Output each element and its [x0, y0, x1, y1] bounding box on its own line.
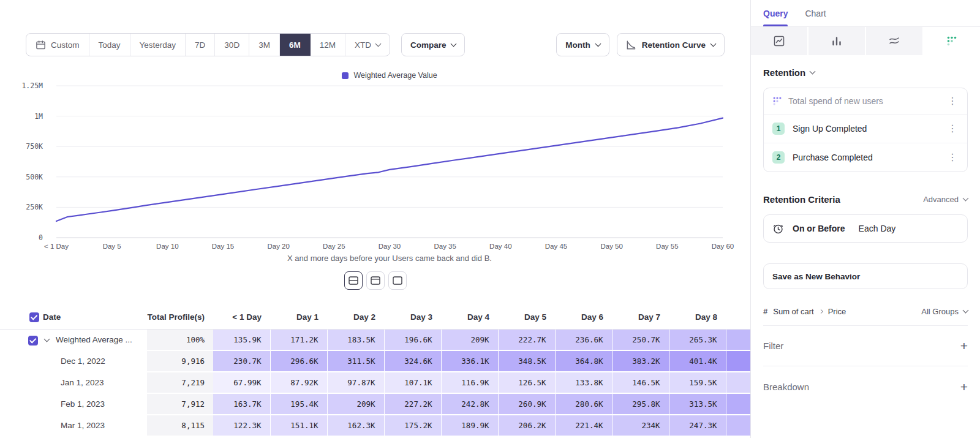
- row-label: Mar 1, 2023: [61, 421, 105, 430]
- table-body: Weighted Average ...100%135.9K171.2K183.…: [0, 329, 750, 436]
- value-cell: 336.1K: [441, 350, 498, 372]
- sidebar-tabs: QueryChart: [751, 0, 980, 27]
- line-chart-plot[interactable]: [56, 86, 723, 238]
- value-cell: 260.9K: [498, 393, 555, 415]
- range-label: Custom: [51, 40, 80, 50]
- granularity-label: Month: [565, 40, 590, 50]
- overflow-cell: [726, 415, 750, 436]
- behavior-title: Total spend of new users: [788, 96, 940, 106]
- table-split-view[interactable]: [344, 271, 363, 290]
- chart-type-retention[interactable]: [924, 27, 980, 55]
- compare-label: Compare: [410, 40, 447, 50]
- range-30d[interactable]: 30D: [215, 34, 249, 56]
- column-header-day-4[interactable]: Day 4: [441, 306, 498, 329]
- column-header-day-7[interactable]: Day 7: [612, 306, 669, 329]
- table-row: Weighted Average ...100%135.9K171.2K183.…: [0, 329, 750, 350]
- value-cell: 324.6K: [384, 350, 441, 372]
- range-6m[interactable]: 6M: [280, 34, 311, 56]
- x-axis-tick: Day 50: [600, 243, 622, 250]
- select-all-checkbox[interactable]: [29, 312, 39, 322]
- range-label: 12M: [320, 40, 336, 50]
- value-cell: 135.9K: [213, 329, 270, 350]
- chevron-down-icon: [451, 40, 457, 47]
- calendar-icon: [36, 40, 46, 50]
- range-xtd[interactable]: XTD: [345, 34, 390, 56]
- tab-chart[interactable]: Chart: [805, 0, 826, 26]
- tab-query[interactable]: Query: [763, 0, 788, 26]
- row-checkbox[interactable]: [28, 336, 38, 345]
- row-label-cell: Jan 1, 2023: [40, 372, 147, 393]
- value-cell: 313.5K: [669, 393, 726, 415]
- row-checkbox-cell: [0, 329, 40, 350]
- all-groups-dropdown[interactable]: All Groups: [921, 307, 968, 316]
- value-cell: 227.2K: [384, 393, 441, 415]
- breakdown-section: Breakdown +: [763, 366, 968, 407]
- total-profiles-cell: 7,912: [147, 393, 213, 415]
- x-axis-tick: Day 55: [656, 243, 678, 250]
- retention-condition-selector[interactable]: On or Before Each Day: [763, 214, 968, 243]
- behavior-header[interactable]: Total spend of new users ⋮: [764, 88, 967, 114]
- behavior-step-1[interactable]: 1Sign Up Completed⋮: [764, 114, 967, 143]
- retention-curve-icon: [626, 40, 636, 50]
- column-header-day-1[interactable]: Day 1: [270, 306, 327, 329]
- column-header-day-3[interactable]: Day 3: [384, 306, 441, 329]
- range-12m[interactable]: 12M: [311, 34, 345, 56]
- step-label: Sign Up Completed: [793, 124, 938, 134]
- add-breakdown-button[interactable]: +: [960, 380, 968, 393]
- value-cell: 175.2K: [384, 415, 441, 436]
- column-header-day-6[interactable]: Day 6: [555, 306, 612, 329]
- range-custom[interactable]: Custom: [26, 34, 89, 56]
- range-3m[interactable]: 3M: [249, 34, 280, 56]
- save-button-label: Save as New Behavior: [772, 272, 860, 281]
- range-yesterday[interactable]: Yesterday: [130, 34, 186, 56]
- chart-view-dropdown[interactable]: Retention Curve: [617, 33, 725, 56]
- retention-criteria-row: Retention Criteria Advanced: [763, 194, 968, 205]
- column-header-date[interactable]: Date: [40, 306, 147, 329]
- behavior-step-2[interactable]: 2Purchase Completed⋮: [764, 143, 967, 172]
- kebab-menu-icon[interactable]: ⋮: [946, 96, 959, 106]
- value-cell: 234K: [612, 415, 669, 436]
- chart-type-bar[interactable]: [809, 27, 865, 55]
- add-filter-button[interactable]: +: [960, 339, 968, 352]
- range-label: 7D: [195, 40, 205, 50]
- kebab-menu-icon[interactable]: ⋮: [946, 153, 959, 162]
- column-header-day-8[interactable]: Day 8: [669, 306, 726, 329]
- value-cell: 222.7K: [498, 329, 555, 350]
- y-axis-tick: 1M: [34, 112, 43, 121]
- chart-type-line[interactable]: [751, 27, 807, 55]
- clock-icon: [772, 223, 784, 235]
- compare-button[interactable]: Compare: [401, 33, 466, 56]
- measure-row[interactable]: # Sum of cart Price All Groups: [763, 298, 968, 326]
- expand-caret-icon[interactable]: [44, 336, 50, 342]
- value-cell: 107.1K: [384, 372, 441, 393]
- chart-type-stream[interactable]: [866, 27, 922, 55]
- column-header-total-profile-s[interactable]: Total Profile(s): [147, 306, 213, 329]
- table-row: Jan 1, 20237,21967.99K87.92K97.87K107.1K…: [0, 372, 750, 393]
- total-profiles-cell: 9,916: [147, 350, 213, 372]
- table-top-view[interactable]: [366, 271, 385, 290]
- table-plain-view[interactable]: [388, 271, 407, 290]
- value-cell: 146.5K: [612, 372, 669, 393]
- range-7d[interactable]: 7D: [186, 34, 215, 56]
- value-cell: 196.6K: [384, 329, 441, 350]
- column-header-day-2[interactable]: Day 2: [327, 306, 384, 329]
- value-cell: 97.87K: [327, 372, 384, 393]
- advanced-dropdown[interactable]: Advanced: [923, 195, 968, 204]
- column-header-day-5[interactable]: Day 5: [498, 306, 555, 329]
- value-cell: 122.3K: [213, 415, 270, 436]
- number-type-icon: #: [763, 307, 767, 316]
- granularity-dropdown[interactable]: Month: [556, 33, 609, 56]
- column-header-1-day[interactable]: < 1 Day: [213, 306, 270, 329]
- kebab-menu-icon[interactable]: ⋮: [946, 124, 959, 134]
- range-label: 30D: [224, 40, 239, 50]
- x-axis-tick: Day 20: [267, 243, 289, 250]
- range-today[interactable]: Today: [89, 34, 130, 56]
- row-checkbox-cell: [0, 415, 40, 436]
- save-as-new-behavior-button[interactable]: Save as New Behavior: [763, 263, 968, 289]
- overflow-cell: [726, 329, 750, 350]
- value-cell: 209K: [327, 393, 384, 415]
- breakdown-heading: Breakdown: [763, 382, 960, 392]
- retention-section-toggle[interactable]: Retention: [763, 67, 968, 78]
- table-row: Feb 1, 20237,912163.7K195.4K209K227.2K24…: [0, 393, 750, 415]
- value-cell: 189.9K: [441, 415, 498, 436]
